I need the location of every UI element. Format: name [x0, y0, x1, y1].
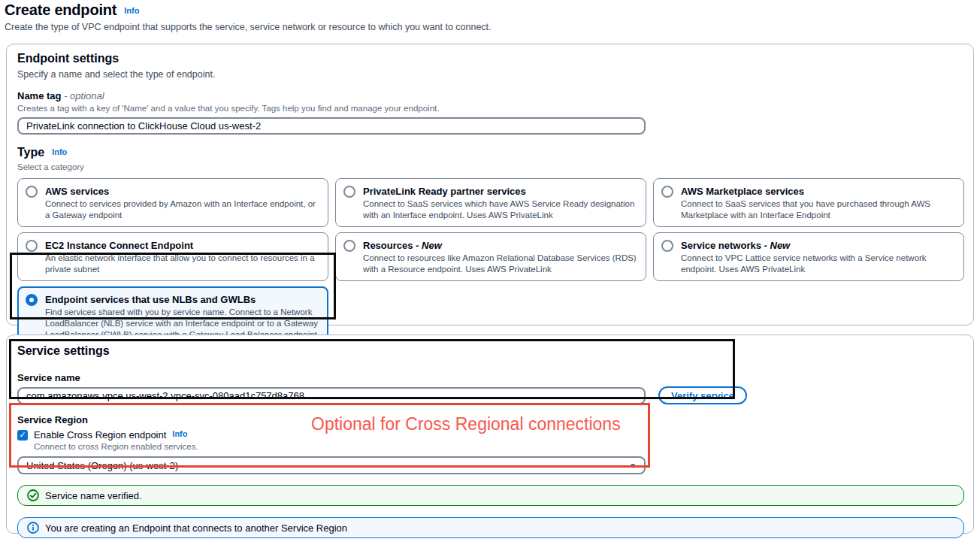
chevron-down-icon: ▼	[629, 462, 637, 470]
service-settings-card: Service settings Service name Verify ser…	[6, 335, 974, 534]
tile-aws-marketplace-services[interactable]: AWS Marketplace services Connect to SaaS…	[653, 178, 964, 227]
type-heading: Type	[17, 144, 44, 161]
service-verified-alert: Service name verified.	[17, 485, 964, 506]
name-tag-label: Name tag - optional	[17, 90, 963, 102]
checkmark-icon: ✓	[19, 431, 26, 439]
type-tile-grid: AWS services Connect to services provide…	[17, 178, 963, 347]
radio-unselected-icon	[343, 240, 355, 252]
service-region-selected-value: United States (Oregon) (us-west-2)	[26, 460, 178, 471]
radio-unselected-icon	[661, 240, 673, 252]
cross-region-info-link[interactable]: Info	[172, 429, 187, 438]
page-title-info-link[interactable]: Info	[124, 6, 139, 15]
name-tag-optional: - optional	[62, 90, 104, 101]
radio-selected-icon	[26, 294, 38, 306]
cross-region-info-alert: You are creating an Endpoint that connec…	[17, 517, 964, 538]
service-region-select[interactable]: United States (Oregon) (us-west-2) ▼	[17, 456, 646, 474]
cross-region-checkbox[interactable]: ✓	[17, 430, 28, 441]
info-circle-icon	[27, 522, 39, 534]
endpoint-settings-heading: Endpoint settings	[17, 50, 963, 67]
success-check-icon	[27, 489, 39, 501]
endpoint-settings-card: Endpoint settings Specify a name and sel…	[6, 44, 974, 326]
page-header: Create endpoint Info Create the type of …	[5, 2, 492, 32]
service-settings-heading: Service settings	[17, 343, 963, 359]
name-tag-help: Creates a tag with a key of 'Name' and a…	[17, 103, 963, 114]
tile-ec2-instance-connect-endpoint[interactable]: EC2 Instance Connect Endpoint An elastic…	[17, 232, 328, 281]
tile-privatelink-partner-services[interactable]: PrivateLink Ready partner services Conne…	[335, 178, 646, 227]
page-subtitle: Create the type of VPC endpoint that sup…	[5, 22, 492, 32]
service-name-label: Service name	[17, 372, 963, 384]
create-endpoint-page: Create endpoint Info Create the type of …	[0, 0, 980, 542]
verify-service-button[interactable]: Verify service	[658, 386, 747, 404]
service-verified-text: Service name verified.	[45, 490, 142, 501]
tile-service-networks[interactable]: Service networks - New Connect to VPC La…	[653, 232, 964, 281]
radio-unselected-icon	[26, 240, 38, 252]
page-title: Create endpoint	[5, 2, 116, 19]
tile-aws-services[interactable]: AWS services Connect to services provide…	[17, 178, 328, 227]
radio-unselected-icon	[343, 186, 355, 198]
cross-region-info-text: You are creating an Endpoint that connec…	[45, 522, 347, 534]
type-info-link[interactable]: Info	[52, 147, 67, 156]
cross-region-checkbox-label: Enable Cross Region endpoint	[34, 429, 166, 441]
endpoint-settings-description: Specify a name and select the type of en…	[17, 68, 963, 80]
service-region-label: Service Region	[17, 414, 963, 426]
service-name-input[interactable]	[17, 387, 646, 404]
name-tag-input[interactable]	[17, 117, 646, 135]
radio-unselected-icon	[661, 186, 673, 198]
tile-resources[interactable]: Resources - New Connect to resources lik…	[335, 232, 646, 281]
radio-unselected-icon	[26, 186, 38, 198]
type-description: Select a category	[17, 162, 963, 172]
cross-region-help: Connect to cross Region enabled services…	[34, 441, 963, 452]
